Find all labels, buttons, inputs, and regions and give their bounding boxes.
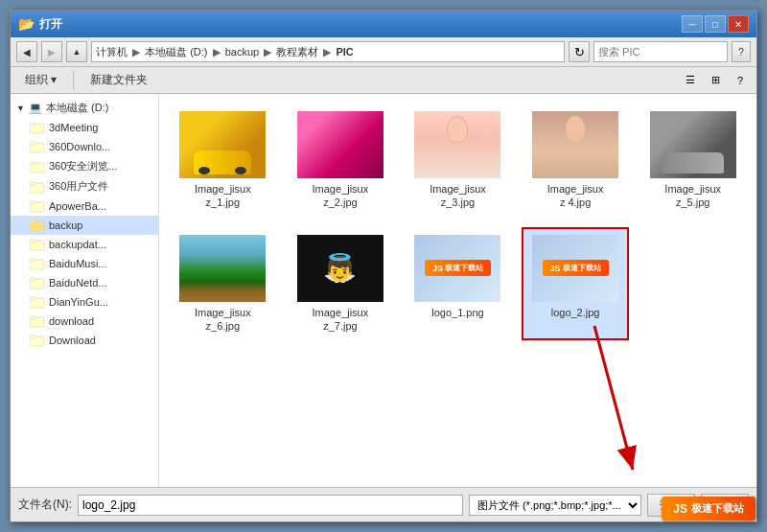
search-box[interactable]: 🔍 (593, 41, 728, 62)
filetype-select[interactable]: 图片文件 (*.png;*.bmp;*.jpg;*... (469, 495, 641, 516)
sidebar-item-3dmeeting[interactable]: 3dMeeting (11, 118, 158, 137)
svg-rect-9 (30, 201, 35, 204)
sidebar-item-360user[interactable]: 360用户文件 (11, 176, 158, 197)
sidebar-item-360safe[interactable]: 360安全浏览... (11, 156, 158, 176)
title-bar: 📂 打开 ─ □ ✕ (11, 11, 756, 37)
forward-button[interactable]: ▶ (41, 41, 62, 62)
folder-icon (30, 314, 45, 328)
file-item-logo2[interactable]: JS 极速下载站 logo_2.jpg (522, 227, 630, 341)
bottom-bar: 文件名(N): 图片文件 (*.png;*.bmp;*.jpg;*... 打开 … (11, 487, 756, 521)
path-material: 教程素材 (276, 46, 318, 58)
new-folder-button[interactable]: 新建文件夹 (81, 70, 156, 91)
sidebar-item-download-lower[interactable]: download (11, 312, 158, 331)
sidebar-item-backupdat[interactable]: backupdat... (11, 235, 158, 254)
sidebar-section-header[interactable]: ▼ 💻 本地磁盘 (D:) (11, 98, 158, 118)
toolbar: 组织 ▾ 新建文件夹 ☰ ⊞ ? (11, 67, 756, 94)
sidebar-label-apowerba: ApowerBa... (49, 200, 106, 212)
toolbar-right: ☰ ⊞ ? (680, 70, 751, 91)
sidebar-item-backup[interactable]: backup (11, 216, 158, 235)
sidebar-label-download-lower: download (49, 315, 94, 327)
file-name-5: Image_jisuxz_5.jpg (664, 182, 721, 210)
sidebar-label-360downlo: 360Downlo... (49, 141, 110, 152)
sidebar: ▼ 💻 本地磁盘 (D:) 3dMeeting 360Downlo... (11, 94, 159, 487)
window-icon: 📂 (18, 16, 34, 32)
folder-icon (30, 276, 45, 289)
sidebar-item-dianyingu[interactable]: DianYinGu... (11, 292, 158, 312)
maximize-button[interactable]: □ (705, 15, 726, 33)
file-name-7: Image_jisuxz_7.jpg (313, 306, 369, 334)
svg-rect-19 (30, 297, 35, 300)
refresh-button[interactable]: ↻ (569, 41, 590, 62)
filename-input[interactable] (78, 495, 463, 516)
sidebar-label-baidumusi: BaiduMusi... (49, 258, 107, 269)
sidebar-item-download-upper[interactable]: Download (11, 331, 158, 350)
file-item-7[interactable]: 👼 Image_jisuxz_7.jpg (287, 227, 395, 341)
file-item-2[interactable]: Image_jisuxz_2.jpg (287, 104, 395, 218)
file-item-3[interactable]: Image_jisuxz_3.jpg (404, 104, 512, 218)
path-drive: 本地磁盘 (D:) (145, 46, 207, 58)
organize-button[interactable]: 组织 ▾ (16, 70, 65, 91)
view-grid-button[interactable]: ⊞ (705, 70, 726, 91)
file-item-5[interactable]: Image_jisuxz_5.jpg (639, 104, 747, 218)
folder-icon-backup (30, 219, 45, 232)
svg-rect-15 (30, 259, 35, 262)
view-help-button[interactable]: ? (730, 70, 751, 91)
file-item-8[interactable]: JS 极速下载站 logo_1.png (404, 227, 512, 341)
file-name-6: Image_jisuxz_6.jpg (195, 306, 251, 334)
help-button[interactable]: ? (732, 41, 751, 62)
file-thumb-8: JS 极速下载站 (414, 235, 500, 302)
sidebar-label-dianyingu: DianYinGu... (49, 296, 108, 308)
up-button[interactable]: ▲ (66, 41, 87, 62)
watermark-text: 极速下载站 (691, 501, 744, 516)
watermark-icon: JS (673, 502, 687, 516)
file-open-dialog: 📂 打开 ─ □ ✕ ◀ ▶ ▲ 计算机 ▶ 本地磁盘 (D:) ▶ backu… (10, 10, 757, 522)
sidebar-item-baidumusi[interactable]: BaiduMusi... (11, 254, 158, 273)
sidebar-item-baidunetd[interactable]: BaiduNetd... (11, 273, 158, 292)
file-name-4: Image_jisuxz 4.jpg (547, 182, 604, 210)
window-title: 打开 (39, 16, 682, 33)
main-area: ▼ 💻 本地磁盘 (D:) 3dMeeting 360Downlo... (11, 94, 756, 487)
svg-rect-11 (30, 220, 35, 223)
folder-icon-3dmeeting (30, 121, 45, 134)
view-list-button[interactable]: ☰ (680, 70, 701, 91)
svg-rect-13 (30, 240, 35, 243)
folder-icon (30, 257, 45, 270)
minimize-button[interactable]: ─ (682, 15, 703, 33)
sidebar-item-apowerba[interactable]: ApowerBa... (11, 197, 158, 216)
file-area: Image_jisuxz_1.jpg Image_jisuxz_2.jpg (159, 94, 756, 487)
search-input[interactable] (598, 46, 731, 58)
file-thumb-2 (297, 111, 384, 178)
path-computer: 计算机 (96, 46, 128, 58)
file-item-4[interactable]: Image_jisuxz 4.jpg (522, 104, 630, 218)
folder-icon (30, 160, 45, 173)
address-path[interactable]: 计算机 ▶ 本地磁盘 (D:) ▶ backup ▶ 教程素材 ▶ PIC (91, 41, 565, 62)
file-name-3: Image_jisuxz_3.jpg (430, 182, 486, 210)
file-thumb-5 (650, 111, 736, 178)
folder-icon (30, 180, 45, 194)
back-button[interactable]: ◀ (16, 41, 37, 62)
sidebar-folder-icon: 💻 (29, 102, 42, 114)
sidebar-label-360user: 360用户文件 (49, 179, 108, 194)
file-grid: Image_jisuxz_1.jpg Image_jisuxz_2.jpg (169, 104, 747, 340)
collapse-icon: ▼ (16, 104, 25, 113)
file-name-1: Image_jisuxz_1.jpg (195, 182, 251, 210)
svg-rect-7 (30, 182, 35, 185)
sidebar-label-baidunetd: BaiduNetd... (49, 277, 107, 289)
file-thumb-logo2: JS 极速下载站 (532, 235, 618, 302)
svg-rect-1 (30, 123, 35, 126)
file-item-1[interactable]: Image_jisuxz_1.jpg (169, 104, 277, 218)
file-item-6[interactable]: Image_jisuxz_6.jpg (169, 227, 277, 341)
sidebar-item-360downlo[interactable]: 360Downlo... (11, 137, 158, 156)
sidebar-label-backupdat: backupdat... (49, 239, 106, 250)
file-thumb-6 (179, 235, 266, 302)
file-name-2: Image_jisuxz_2.jpg (313, 182, 369, 210)
file-name-logo2: logo_2.jpg (551, 306, 600, 319)
svg-rect-3 (30, 142, 35, 145)
file-name-8: logo_1.png (431, 306, 483, 319)
sidebar-label-360safe: 360安全浏览... (49, 159, 118, 173)
svg-rect-5 (30, 162, 35, 165)
file-thumb-4 (532, 111, 618, 178)
path-pic: PIC (336, 46, 353, 58)
filename-label: 文件名(N): (18, 497, 72, 513)
close-button[interactable]: ✕ (728, 15, 749, 33)
